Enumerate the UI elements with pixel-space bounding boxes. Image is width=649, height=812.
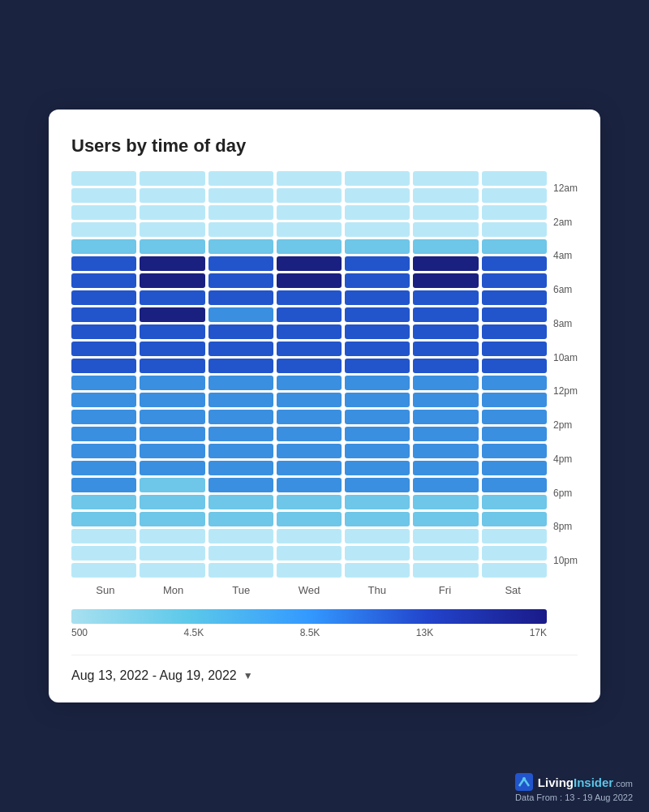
heatmap-cell bbox=[413, 256, 478, 271]
heatmap-row bbox=[71, 563, 547, 578]
main-card: Users by time of day 12am2am4am6am8am10a… bbox=[49, 110, 600, 702]
heatmap-cell bbox=[277, 546, 342, 561]
heatmap-cell bbox=[482, 563, 547, 578]
heatmap-cell bbox=[71, 393, 136, 407]
y-axis-label: 8pm bbox=[553, 511, 578, 543]
heatmap-row bbox=[71, 342, 547, 356]
heatmap-cell bbox=[71, 188, 136, 203]
heatmap-row bbox=[71, 376, 547, 390]
heatmap-cell bbox=[208, 461, 273, 475]
legend-label: 4.5K bbox=[184, 627, 204, 638]
heatmap-cell bbox=[482, 461, 547, 475]
y-axis-label: 6am bbox=[553, 274, 578, 306]
heatmap-cell bbox=[482, 427, 547, 441]
heatmap-cell bbox=[345, 546, 410, 561]
heatmap-cell bbox=[482, 410, 547, 424]
heatmap-cell bbox=[277, 188, 342, 203]
heatmap-cell bbox=[345, 188, 410, 203]
heatmap-cell bbox=[413, 239, 478, 254]
heatmap-cell bbox=[140, 290, 204, 305]
x-axis-label: Sat bbox=[479, 584, 547, 596]
heatmap-cell bbox=[345, 393, 410, 407]
heatmap-cell bbox=[345, 376, 410, 390]
heatmap-row bbox=[71, 324, 547, 339]
heatmap-row bbox=[71, 222, 547, 237]
heatmap-cell bbox=[413, 495, 478, 509]
y-axis-label: 2am bbox=[553, 206, 578, 238]
heatmap-cell bbox=[208, 444, 273, 458]
heatmap-cell bbox=[413, 563, 478, 578]
x-axis-label: Mon bbox=[140, 584, 208, 596]
heatmap-cell bbox=[208, 273, 273, 288]
heatmap-cell bbox=[345, 529, 410, 543]
heatmap-cell bbox=[482, 324, 547, 339]
heatmap-cell bbox=[208, 290, 273, 305]
heatmap-cell bbox=[413, 444, 478, 458]
heatmap-row bbox=[71, 290, 547, 305]
heatmap-cell bbox=[277, 273, 342, 288]
heatmap-cell bbox=[413, 410, 478, 424]
heatmap-cell bbox=[345, 171, 410, 186]
heatmap-cell bbox=[140, 205, 204, 220]
heatmap-cell bbox=[413, 307, 478, 322]
heatmap-cell bbox=[345, 307, 410, 322]
heatmap-cell bbox=[208, 495, 273, 509]
living-insider-icon bbox=[515, 773, 533, 791]
x-axis-labels: SunMonTueWedThuFriSat bbox=[71, 584, 578, 596]
heatmap-cell bbox=[277, 512, 342, 526]
heatmap-cell bbox=[71, 478, 136, 492]
heatmap-cell bbox=[71, 273, 136, 288]
heatmap-cell bbox=[413, 376, 478, 390]
heatmap-cell bbox=[208, 376, 273, 390]
heatmap-cell bbox=[140, 427, 204, 441]
y-axis-label: 6pm bbox=[553, 477, 578, 509]
y-axis-label: 10pm bbox=[553, 545, 578, 577]
footer-data-from: Data From : 13 - 19 Aug 2022 bbox=[515, 793, 633, 802]
heatmap-row bbox=[71, 393, 547, 407]
heatmap-cell bbox=[413, 290, 478, 305]
heatmap-cell bbox=[277, 427, 342, 441]
heatmap-cell bbox=[277, 307, 342, 322]
heatmap-cell bbox=[277, 256, 342, 271]
heatmap-cell bbox=[277, 239, 342, 254]
heatmap-cell bbox=[208, 307, 273, 322]
heatmap-cell bbox=[345, 205, 410, 220]
footer-logo-text: LivingInsider.com bbox=[538, 775, 633, 789]
heatmap-cell bbox=[208, 188, 273, 203]
y-axis-label: 12pm bbox=[553, 376, 578, 407]
heatmap-cell bbox=[71, 546, 136, 561]
heatmap-cell bbox=[413, 512, 478, 526]
footer-logo-accent: Insider bbox=[574, 775, 613, 789]
heatmap-container: 12am2am4am6am8am10am12pm2pm4pm6pm8pm10pm bbox=[71, 171, 578, 578]
heatmap-cell bbox=[413, 222, 478, 237]
heatmap-cell bbox=[482, 256, 547, 271]
heatmap-cell bbox=[140, 376, 204, 390]
heatmap-cell bbox=[413, 342, 478, 356]
heatmap-cell bbox=[140, 273, 204, 288]
heatmap-row bbox=[71, 273, 547, 288]
heatmap-cell bbox=[482, 444, 547, 458]
heatmap-cell bbox=[277, 359, 342, 373]
date-range-row[interactable]: Aug 13, 2022 - Aug 19, 2022 ▼ bbox=[71, 655, 578, 683]
heatmap-cell bbox=[208, 324, 273, 339]
heatmap-cell bbox=[140, 461, 204, 475]
heatmap-cell bbox=[345, 512, 410, 526]
heatmap-cell bbox=[413, 393, 478, 407]
heatmap-cell bbox=[482, 188, 547, 203]
heatmap-cell bbox=[482, 529, 547, 543]
legend-labels: 5004.5K8.5K13K17K bbox=[71, 627, 547, 638]
y-axis-label: 8am bbox=[553, 307, 578, 339]
heatmap-cell bbox=[277, 461, 342, 475]
heatmap-cell bbox=[208, 410, 273, 424]
heatmap-cell bbox=[208, 222, 273, 237]
heatmap-cell bbox=[208, 478, 273, 492]
y-axis-labels: 12am2am4am6am8am10am12pm2pm4pm6pm8pm10pm bbox=[553, 171, 578, 578]
y-axis-label: 10am bbox=[553, 342, 578, 373]
heatmap-cell bbox=[208, 359, 273, 373]
heatmap-cell bbox=[71, 171, 136, 186]
heatmap-cell bbox=[71, 529, 136, 543]
chart-title: Users by time of day bbox=[71, 135, 578, 157]
heatmap-cell bbox=[413, 324, 478, 339]
heatmap-cell bbox=[71, 376, 136, 390]
heatmap-cell bbox=[140, 478, 204, 492]
